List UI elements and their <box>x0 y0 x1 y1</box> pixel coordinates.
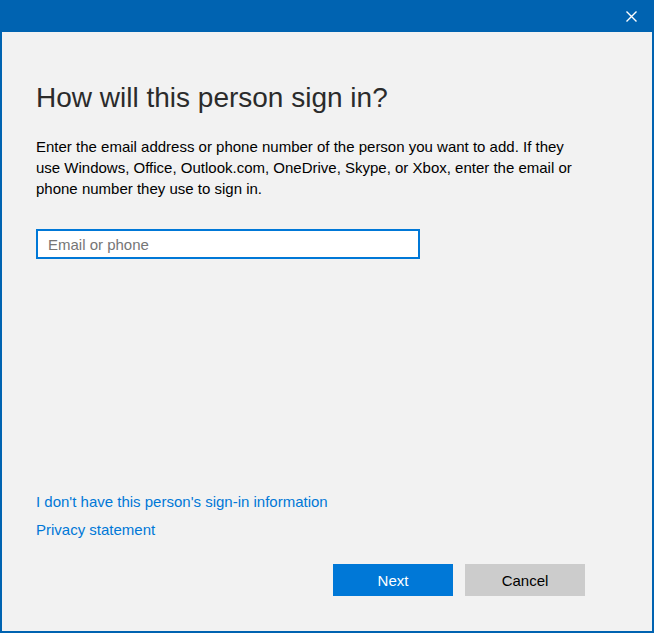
dialog-window: How will this person sign in? Enter the … <box>0 0 654 633</box>
titlebar[interactable] <box>0 0 654 32</box>
close-icon <box>625 10 638 23</box>
close-button[interactable] <box>608 0 654 32</box>
email-or-phone-input[interactable] <box>36 229 420 259</box>
privacy-statement-link[interactable]: Privacy statement <box>36 521 155 538</box>
page-title: How will this person sign in? <box>36 82 388 114</box>
dialog-content: How will this person sign in? Enter the … <box>2 32 652 631</box>
next-button[interactable]: Next <box>333 564 453 596</box>
description-text: Enter the email address or phone number … <box>36 136 584 199</box>
cancel-button[interactable]: Cancel <box>465 564 585 596</box>
no-signin-info-link[interactable]: I don't have this person's sign-in infor… <box>36 493 328 510</box>
